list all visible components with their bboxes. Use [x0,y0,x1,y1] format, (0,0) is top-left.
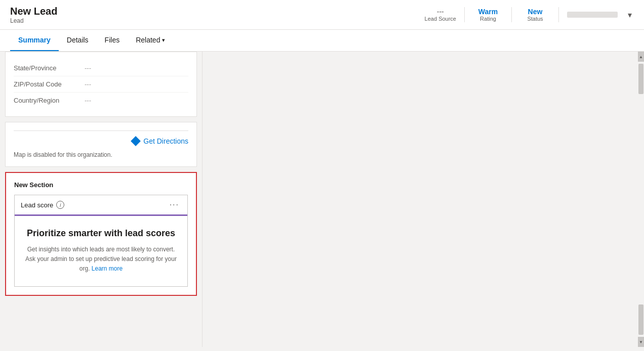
page-title: New Lead [10,5,57,17]
header-divider-3 [558,7,559,22]
lead-score-headline: Prioritize smarter with lead scores [23,228,179,239]
country-row: Country/Region --- [14,93,188,108]
header-right-section: --- Lead Source Warm Rating New Status ▾ [425,7,634,22]
lead-score-ellipsis-button[interactable]: ··· [168,200,181,209]
state-province-label: State/Province [14,64,85,72]
state-province-value: --- [85,64,91,72]
left-panel: State/Province --- ZIP/Postal Code --- C… [0,52,203,347]
tab-related-label: Related [136,36,160,44]
new-status-value[interactable]: New [528,8,543,16]
directions-card: Get Directions Map is disabled for this … [5,122,197,167]
scrollbar[interactable]: ▲ ▼ [638,52,644,347]
scrollbar-thumb-top [638,64,643,94]
state-province-row: State/Province --- [14,60,188,76]
lead-score-description: Get insights into which leads are most l… [23,245,179,274]
tab-details[interactable]: Details [59,30,97,51]
get-directions-button[interactable]: Get Directions [14,137,188,145]
header-chevron-button[interactable]: ▾ [626,8,634,22]
lead-source-field[interactable]: --- Lead Source [425,8,456,22]
scrollbar-thumb-bottom [638,304,643,335]
partial-address-card: State/Province --- ZIP/Postal Code --- C… [5,52,197,117]
main-content: State/Province --- ZIP/Postal Code --- C… [0,52,644,347]
lead-source-label: Lead Source [425,16,456,22]
tab-summary[interactable]: Summary [10,30,59,51]
new-status-label: Status [527,16,543,22]
page-subtitle: Lead [10,17,57,24]
action-button[interactable] [567,12,618,18]
scrollbar-track [638,62,644,337]
lead-score-info-icon[interactable]: i [56,201,64,209]
directions-diamond-icon [131,136,141,146]
tab-related[interactable]: Related ▾ [128,30,173,51]
scroll-up-button[interactable]: ▲ [638,52,644,62]
learn-more-link[interactable]: Learn more [92,265,123,272]
lead-score-header: Lead score i ··· [15,195,187,216]
scroll-down-button[interactable]: ▼ [638,337,644,347]
zip-label: ZIP/Postal Code [14,80,85,88]
warm-rating-field[interactable]: Warm Rating [473,8,503,22]
new-section-title: New Section [14,181,188,189]
country-value: --- [85,97,91,104]
lead-source-value[interactable]: --- [437,8,444,16]
warm-rating-label: Rating [480,16,496,22]
zip-row: ZIP/Postal Code --- [14,76,188,93]
country-label: Country/Region [14,97,85,104]
tab-files[interactable]: Files [97,30,128,51]
new-status-field[interactable]: New Status [520,8,550,22]
lead-score-body: Prioritize smarter with lead scores Get … [15,216,187,286]
lead-score-label-wrap: Lead score i [21,201,64,209]
map-disabled-text: Map is disabled for this organization. [14,151,188,158]
header-title-section: New Lead Lead [10,5,57,24]
directions-divider [14,130,188,131]
new-section-container: New Section Lead score i ··· Prioritize … [5,172,197,296]
zip-value: --- [85,80,91,88]
lead-score-label: Lead score [21,201,53,209]
related-chevron-icon: ▾ [162,37,165,43]
page-header: New Lead Lead --- Lead Source Warm Ratin… [0,0,644,30]
warm-rating-value[interactable]: Warm [478,8,498,16]
directions-button-label: Get Directions [143,137,188,145]
lead-score-card: Lead score i ··· Prioritize smarter with… [14,195,188,287]
header-divider-2 [511,7,512,22]
nav-tabs-bar: Summary Details Files Related ▾ [0,30,644,52]
right-panel [203,52,644,347]
header-divider-1 [464,7,465,22]
